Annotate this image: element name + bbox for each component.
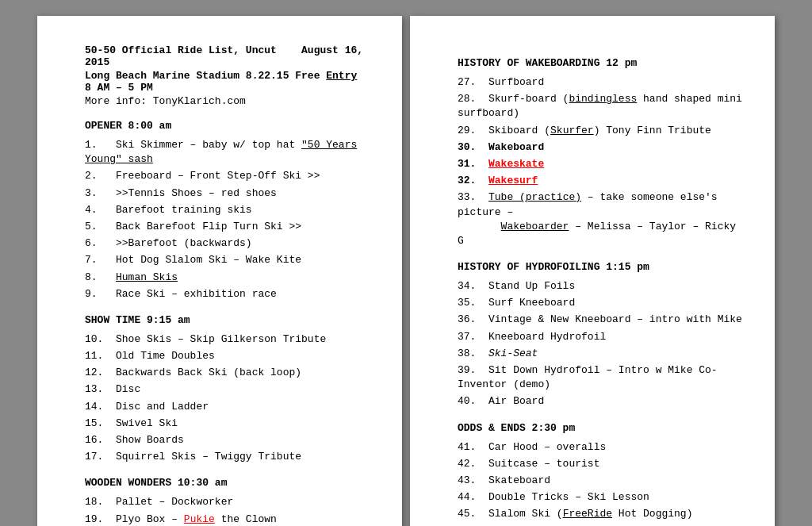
list-item: 30. Wakeboard bbox=[458, 140, 743, 155]
page-1: 50-50 Official Ride List, Uncut August 1… bbox=[37, 16, 402, 526]
doc-subtitle: Long Beach Marine Stadium 8.22.15 Free E… bbox=[85, 70, 370, 94]
list-item: 32. Wakesurf bbox=[458, 174, 743, 188]
list-item: 2. Freeboard – Front Step-Off Ski >> bbox=[85, 169, 370, 183]
list-item: 12. Backwards Back Ski (back loop) bbox=[85, 366, 370, 380]
list-item: 17. Squirrel Skis – Twiggy Tribute bbox=[85, 450, 370, 464]
list-item: 6. >>Barefoot (backwards) bbox=[85, 236, 370, 251]
list-item: 19. Plyo Box – Pukie the Clown bbox=[85, 513, 370, 526]
list-item: 41. Car Hood – overalls bbox=[458, 440, 743, 455]
list-item: 18. Pallet – Dockworker bbox=[85, 495, 370, 509]
section-odds: ODDS & ENDS 2:30 pm bbox=[458, 422, 743, 434]
section-opener: OPENER 8:00 am bbox=[85, 120, 370, 132]
section-wooden: WOODEN WONDERS 10:30 am bbox=[85, 477, 370, 489]
list-item: 40. Air Board bbox=[458, 394, 743, 409]
list-item: 7. Hot Dog Slalom Ski – Wake Kite bbox=[85, 253, 370, 267]
list-item: 42. Suitcase – tourist bbox=[458, 457, 743, 471]
list-item: 31. Wakeskate bbox=[458, 157, 743, 171]
list-item: 45. Slalom Ski (FreeRide Hot Dogging) bbox=[458, 507, 743, 521]
list-item: 28. Skurf-board (bindingless hand shaped… bbox=[458, 92, 743, 121]
list-item: 37. Kneeboard Hydrofoil bbox=[458, 330, 743, 344]
list-item: 36. Vintage & New Kneeboard – intro with… bbox=[458, 313, 743, 327]
list-item: 34. Stand Up Foils bbox=[458, 279, 743, 294]
list-item: 33. Tube (practice) – take someone else'… bbox=[458, 190, 743, 248]
list-item: 44. Double Tricks – Ski Lesson bbox=[458, 490, 743, 505]
list-item: 3. >>Tennis Shoes – red shoes bbox=[85, 186, 370, 201]
page-2: HISTORY OF WAKEBOARDING 12 pm 27. Surfbo… bbox=[410, 16, 775, 526]
list-item: 5. Back Barefoot Flip Turn Ski >> bbox=[85, 220, 370, 234]
list-item: 16. Show Boards bbox=[85, 433, 370, 447]
list-item: 15. Swivel Ski bbox=[85, 417, 370, 431]
list-item: 27. Surfboard bbox=[458, 75, 743, 90]
section-showtime: SHOW TIME 9:15 am bbox=[85, 314, 370, 326]
list-item: 1. Ski Skimmer – baby w/ top hat "50 Yea… bbox=[85, 138, 370, 167]
section-wakeboard: HISTORY OF WAKEBOARDING 12 pm bbox=[458, 57, 743, 69]
list-item: 8. Human Skis bbox=[85, 271, 370, 285]
list-item: 43. Skateboard bbox=[458, 474, 743, 488]
list-item: 9. Race Ski – exhibition race bbox=[85, 287, 370, 301]
list-item: 10. Shoe Skis – Skip Gilkerson Tribute bbox=[85, 332, 370, 347]
doc-info: More info: TonyKlarich.com bbox=[85, 95, 370, 107]
list-item: 13. Disc bbox=[85, 382, 370, 397]
section-hydrofoil: HISTORY OF HYDROFOILING 1:15 pm bbox=[458, 261, 743, 273]
list-item: 14. Disc and Ladder bbox=[85, 400, 370, 414]
list-item: 4. Barefoot training skis bbox=[85, 203, 370, 217]
list-item: 11. Old Time Doubles bbox=[85, 349, 370, 363]
list-item: 38. Ski-Seat bbox=[458, 347, 743, 361]
pages-container: 50-50 Official Ride List, Uncut August 1… bbox=[21, 0, 791, 526]
list-item: 39. Sit Down Hydrofoil – Intro w Mike Co… bbox=[458, 363, 743, 392]
list-item: 35. Surf Kneeboard bbox=[458, 296, 743, 310]
list-item: 29. Skiboard (Skurfer) Tony Finn Tribute bbox=[458, 124, 743, 138]
doc-title: 50-50 Official Ride List, Uncut August 1… bbox=[85, 44, 370, 68]
